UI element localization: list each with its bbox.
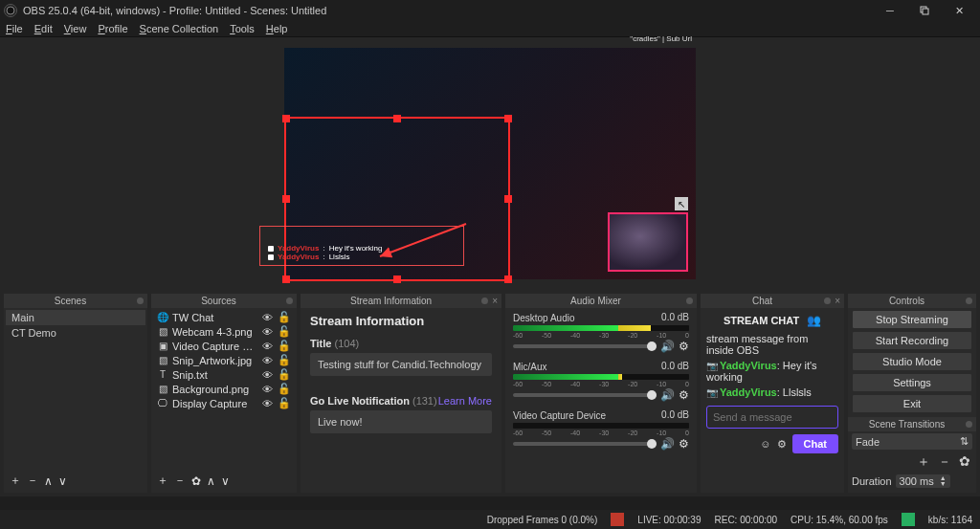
add-transition-button[interactable]: ＋ [917,453,930,471]
scene-down-button[interactable]: ∨ [58,474,67,488]
source-name: Display Capture [172,398,256,409]
visibility-toggle[interactable]: 👁 [260,341,274,352]
scene-transitions-header: Scene Transitions [848,417,976,431]
dock-menu-icon[interactable] [137,298,144,304]
exit-button[interactable]: Exit [852,394,972,413]
maximize-button[interactable] [907,0,942,21]
stream-info-header[interactable]: Stream Information× [301,294,501,308]
visibility-toggle[interactable]: 👁 [260,326,274,338]
lock-toggle[interactable]: 🔓 [278,340,291,352]
source-row[interactable]: ▧ Background.png 👁 🔓 [153,382,295,396]
source-row[interactable]: T Snip.txt 👁 🔓 [153,367,295,382]
controls-header[interactable]: Controls [848,294,976,308]
add-scene-button[interactable]: ＋ [10,473,21,489]
preview-area[interactable]: YaddyVirus:Hey it's working YaddyVirus:L… [0,37,980,290]
image-icon: ▧ [157,326,168,338]
menu-profile[interactable]: Profile [98,23,127,34]
webcam-overlay[interactable] [608,212,688,272]
chat-header[interactable]: Chat× [701,294,844,308]
source-row[interactable]: ▧ Snip_Artwork.jpg 👁 🔓 [153,353,295,367]
remove-transition-button[interactable]: － [938,453,951,471]
lock-toggle[interactable]: 🔓 [278,354,291,366]
remove-scene-button[interactable]: － [27,473,38,489]
chat-send-button[interactable]: Chat [792,434,838,453]
chat-settings-button[interactable]: ⚙ [777,438,787,451]
mixer-header[interactable]: Audio Mixer [505,294,697,308]
close-icon[interactable]: × [835,296,840,306]
sources-header[interactable]: Sources [151,294,297,308]
visibility-toggle[interactable]: 👁 [260,384,274,395]
start-recording-button[interactable]: Start Recording [852,331,972,350]
visibility-toggle[interactable]: 👁 [260,369,274,381]
scenes-panel: Scenes Main CT Demo ＋ － ∧ ∨ [4,294,147,493]
source-down-button[interactable]: ∨ [221,474,230,488]
volume-slider[interactable] [513,344,657,348]
golive-label: Go Live Notification [310,395,410,407]
source-row[interactable]: 🖵 Display Capture 👁 🔓 [153,396,295,410]
golive-input[interactable]: Live now! [310,410,492,433]
monitor-icon: 🖵 [157,398,168,409]
lock-toggle[interactable]: 🔓 [278,311,291,323]
studio-mode-button[interactable]: Studio Mode [852,352,972,371]
volume-slider[interactable] [513,442,657,446]
settings-button[interactable]: Settings [852,373,972,392]
channel-name: Mic/Aux [513,362,547,372]
scenes-header[interactable]: Scenes [4,294,147,308]
chat-message: 📷YaddyVirus: Llslsls [706,386,838,398]
visibility-toggle[interactable]: 👁 [260,398,274,409]
learn-more-link[interactable]: Learn More [438,395,492,407]
menu-edit[interactable]: Edit [34,23,53,34]
gear-icon[interactable]: ⚙ [679,437,689,451]
dock-menu-icon[interactable] [686,298,693,304]
menu-scene-collection[interactable]: Scene Collection [140,23,219,34]
gear-icon[interactable]: ⚙ [679,388,689,402]
close-icon[interactable]: × [492,296,498,306]
preview-canvas[interactable]: YaddyVirus:Hey it's working YaddyVirus:L… [284,48,696,279]
menu-help[interactable]: Help [266,23,288,34]
controls-panel: Controls Stop Streaming Start Recording … [848,294,976,493]
stop-streaming-button[interactable]: Stop Streaming [852,310,972,329]
transition-select[interactable]: Fade⇅ [852,433,972,450]
source-row[interactable]: ▧ Webcam 4-3.png 👁 🔓 [153,324,295,339]
source-properties-button[interactable]: ✿ [191,474,201,488]
bottom-panels: Scenes Main CT Demo ＋ － ∧ ∨ Sources 🌐 TW… [0,290,980,496]
close-button[interactable]: ✕ [942,0,976,21]
menu-file[interactable]: File [6,23,23,34]
status-kbps: kb/s: 1164 [928,515,972,525]
stream-title-input[interactable]: Testing stuff for Candid.Technology [310,353,492,376]
minimize-button[interactable]: ─ [873,0,907,21]
dock-menu-icon[interactable] [824,298,831,304]
transition-settings-button[interactable]: ✿ [959,453,970,471]
scene-item[interactable]: CT Demo [6,325,145,341]
add-source-button[interactable]: ＋ [157,473,168,489]
menu-view[interactable]: View [64,23,87,34]
dock-menu-icon[interactable] [966,421,972,428]
source-row[interactable]: ▣ Video Capture Device 👁 🔓 [153,339,295,353]
users-icon[interactable]: 👥 [807,314,821,327]
volume-slider[interactable] [513,393,657,397]
duration-spin[interactable]: 300 ms▲▼ [896,474,950,488]
scene-item[interactable]: Main [6,310,145,325]
lock-toggle[interactable]: 🔓 [278,325,291,338]
visibility-toggle[interactable]: 👁 [260,312,274,323]
dock-menu-icon[interactable] [966,298,972,304]
menu-bar: File Edit View Profile Scene Collection … [0,21,980,37]
source-row[interactable]: 🌐 TW Chat 👁 🔓 [153,310,295,324]
visibility-toggle[interactable]: 👁 [260,355,274,366]
lock-toggle[interactable]: 🔓 [278,397,291,409]
source-up-button[interactable]: ∧ [207,474,215,488]
speaker-icon[interactable]: 🔊 [660,437,675,451]
speaker-icon[interactable]: 🔊 [660,388,675,402]
lock-toggle[interactable]: 🔓 [278,383,291,395]
scene-up-button[interactable]: ∧ [44,474,53,488]
gear-icon[interactable]: ⚙ [679,340,689,353]
chat-input[interactable]: ☺ [706,406,838,429]
menu-tools[interactable]: Tools [230,23,255,34]
dock-menu-icon[interactable] [481,298,488,304]
dock-menu-icon[interactable] [286,298,293,304]
emoji-button[interactable]: ☺ [760,438,770,450]
speaker-icon[interactable]: 🔊 [660,340,675,353]
remove-source-button[interactable]: － [174,473,186,489]
lock-toggle[interactable]: 🔓 [278,368,291,381]
chat-text-field[interactable] [713,411,844,423]
